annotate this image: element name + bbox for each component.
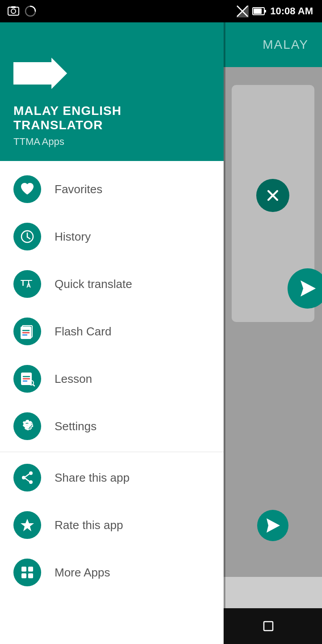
svg-text:T: T <box>21 279 25 288</box>
svg-point-28 <box>29 480 33 484</box>
bottom-hint-button[interactable] <box>257 510 288 541</box>
svg-line-24 <box>33 385 34 386</box>
battery-icon <box>252 6 267 16</box>
svg-marker-31 <box>21 519 34 531</box>
lesson-label: Lesson <box>55 372 92 386</box>
flashcard-icon-circle <box>13 318 41 345</box>
loading-icon <box>24 5 37 17</box>
favorites-icon-circle <box>13 175 41 203</box>
app-title: MALAY ENGLISH TRANSLATOR <box>13 104 210 132</box>
menu-item-lesson[interactable]: Lesson <box>0 355 224 402</box>
menu-item-more-apps[interactable]: More Apps <box>0 549 224 596</box>
rate-label: Rate this app <box>55 518 123 532</box>
menu-item-quick-translate[interactable]: T A Quick translate <box>0 260 224 308</box>
translate-icon: T A <box>19 276 35 292</box>
svg-point-37 <box>11 9 16 13</box>
more-apps-icon-circle <box>13 559 41 586</box>
history-label: History <box>55 230 91 244</box>
photo-icon <box>7 5 20 17</box>
heart-icon <box>20 182 34 196</box>
clock-icon <box>20 229 34 244</box>
svg-line-30 <box>25 479 29 481</box>
menu-item-flash-card[interactable]: Flash Card <box>0 308 224 355</box>
share-label: Share this app <box>55 471 130 485</box>
svg-rect-35 <box>28 573 33 578</box>
close-button[interactable] <box>256 179 289 212</box>
svg-rect-45 <box>264 10 266 13</box>
lesson-icon-circle <box>13 365 41 393</box>
lesson-icon <box>20 371 35 386</box>
menu-item-history[interactable]: History <box>0 213 224 260</box>
menu-item-rate[interactable]: Rate this app <box>0 501 224 549</box>
recents-button[interactable] <box>255 613 282 640</box>
svg-point-27 <box>22 476 25 479</box>
svg-marker-4 <box>13 58 67 89</box>
settings-label: Settings <box>55 419 97 433</box>
menu-item-settings[interactable]: Settings <box>0 402 224 450</box>
rate-icon-circle <box>13 511 41 539</box>
grid-icon <box>20 565 34 580</box>
svg-rect-47 <box>264 622 273 631</box>
more-apps-label: More Apps <box>55 566 110 580</box>
translate-box <box>232 85 314 322</box>
share-icon-circle <box>13 464 41 491</box>
translate-icon-circle: T A <box>13 270 41 298</box>
drawer-header: MALAY ENGLISH TRANSLATOR TTMA Apps <box>0 22 224 161</box>
gear-icon <box>20 419 35 434</box>
status-right-icons: 10:08 AM <box>236 5 313 17</box>
status-time: 10:08 AM <box>270 5 313 17</box>
status-left-icons <box>7 5 37 17</box>
svg-marker-2 <box>301 280 316 297</box>
send-button[interactable] <box>288 268 322 309</box>
svg-line-29 <box>25 474 29 477</box>
quick-translate-label: Quick translate <box>55 277 132 291</box>
flash-card-label: Flash Card <box>55 325 111 339</box>
status-bar: 10:08 AM <box>0 0 322 22</box>
signal-icon <box>236 5 249 17</box>
menu-item-favorites[interactable]: Favorites <box>0 165 224 213</box>
app-logo <box>13 55 210 93</box>
svg-line-7 <box>27 237 30 239</box>
svg-rect-32 <box>21 567 26 572</box>
menu-divider <box>0 452 224 452</box>
svg-point-26 <box>29 471 33 475</box>
share-icon <box>20 470 34 485</box>
menu-list: Favorites History T A <box>0 161 224 644</box>
svg-rect-34 <box>21 573 26 578</box>
svg-rect-36 <box>8 7 19 15</box>
settings-icon-circle <box>13 412 41 440</box>
svg-rect-33 <box>28 567 33 572</box>
svg-marker-3 <box>267 518 280 533</box>
history-icon-circle <box>13 223 41 250</box>
svg-rect-44 <box>254 8 262 14</box>
menu-item-share[interactable]: Share this app <box>0 454 224 501</box>
content-area <box>224 67 322 577</box>
svg-rect-38 <box>11 6 16 8</box>
star-icon <box>20 517 35 533</box>
navigation-drawer: MALAY ENGLISH TRANSLATOR TTMA Apps Favor… <box>0 22 224 644</box>
flashcard-icon <box>20 324 35 339</box>
language-label: MALAY <box>263 38 309 52</box>
app-developer: TTMA Apps <box>13 136 210 148</box>
favorites-label: Favorites <box>55 182 102 196</box>
